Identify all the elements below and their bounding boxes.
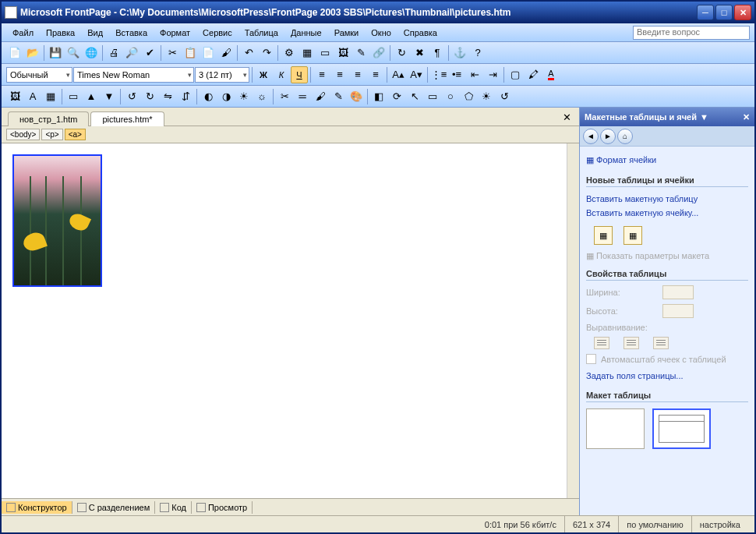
nav-forward-button[interactable]: ► <box>600 129 616 144</box>
close-button[interactable]: ✕ <box>734 5 751 20</box>
breadcrumb-body[interactable]: <body> <box>6 129 40 140</box>
menu-table[interactable]: Таблица <box>238 26 284 40</box>
save-button[interactable]: 💾 <box>47 44 64 62</box>
set-margins-link[interactable]: Задать поля страницы... <box>586 369 748 383</box>
format-painter-button[interactable]: 🖌 <box>217 44 235 62</box>
increase-indent-button[interactable]: ⇥ <box>484 66 501 83</box>
status-custom[interactable]: настройка <box>691 516 748 532</box>
crop-button[interactable]: ✂ <box>276 88 293 105</box>
insert-table-link[interactable]: Вставить макетную таблицу <box>586 192 748 206</box>
menu-help[interactable]: Справка <box>397 26 443 40</box>
editor-canvas[interactable] <box>2 143 567 498</box>
restore-button[interactable]: ↺ <box>496 88 513 105</box>
rotate-right-button[interactable]: ↻ <box>141 88 158 105</box>
menu-edit[interactable]: Правка <box>40 26 81 40</box>
copy-button[interactable]: 📋 <box>182 44 199 62</box>
view-design[interactable]: Конструктор <box>2 501 72 514</box>
titlebar[interactable]: 🅼 Microsoft FrontPage - C:\My Documents\… <box>2 2 754 23</box>
tab-pictures[interactable]: pictures.htm* <box>90 111 164 126</box>
help-button[interactable]: ? <box>469 44 486 62</box>
table-button[interactable]: ▦ <box>299 44 316 62</box>
breadcrumb-p[interactable]: <p> <box>41 129 62 140</box>
numbered-list-button[interactable]: ⋮≡ <box>430 66 447 83</box>
color-button[interactable]: 🎨 <box>348 88 365 105</box>
size-combo[interactable]: 3 (12 пт) <box>195 67 249 83</box>
nav-home-button[interactable]: ⌂ <box>617 129 633 144</box>
bulleted-list-button[interactable]: •≡ <box>448 66 465 83</box>
resample-button[interactable]: ⟳ <box>388 88 405 105</box>
task-pane-header[interactable]: Макетные таблицы и ячей ▼ ✕ <box>580 108 754 126</box>
decrease-font-button[interactable]: A▾ <box>408 66 425 83</box>
align-justify-button[interactable]: ≡ <box>367 66 384 83</box>
width-input[interactable] <box>662 285 694 299</box>
search-button[interactable]: 🔍 <box>65 44 82 62</box>
position-abs-button[interactable]: ▭ <box>65 88 82 105</box>
cut-button[interactable]: ✂ <box>164 44 181 62</box>
bring-forward-button[interactable]: ▲ <box>83 88 100 105</box>
breadcrumb-a[interactable]: <a> <box>65 129 86 140</box>
rect-hotspot-button[interactable]: ▭ <box>424 88 441 105</box>
rotate-left-button[interactable]: ↺ <box>123 88 140 105</box>
insert-cell-link[interactable]: Вставить макетную ячейку... <box>586 206 748 220</box>
autoscale-checkbox[interactable] <box>586 354 596 364</box>
thumbnail-image[interactable] <box>12 154 102 287</box>
increase-font-button[interactable]: A▴ <box>390 66 407 83</box>
italic-button[interactable]: К <box>273 66 290 83</box>
bold-button[interactable]: Ж <box>255 66 272 83</box>
align-center-button[interactable]: ≡ <box>331 66 348 83</box>
spellcheck-button[interactable]: ✔ <box>141 44 158 62</box>
task-pane-close[interactable]: ✕ <box>743 112 750 122</box>
view-code[interactable]: Код <box>155 501 192 514</box>
tab-close-button[interactable]: ✕ <box>560 111 573 123</box>
bevel-button[interactable]: ◧ <box>370 88 387 105</box>
menu-window[interactable]: Окно <box>365 26 397 40</box>
vertical-scrollbar[interactable] <box>567 143 579 498</box>
publish-button[interactable]: 🌐 <box>83 44 100 62</box>
align-left-option[interactable] <box>594 337 609 349</box>
menu-tools[interactable]: Сервис <box>196 26 238 40</box>
layout-template-2[interactable] <box>652 408 711 449</box>
drawing-button[interactable]: ✎ <box>352 44 369 62</box>
more-brightness-button[interactable]: ☀ <box>235 88 253 105</box>
open-button[interactable]: 📂 <box>24 44 41 62</box>
redo-button[interactable]: ↷ <box>258 44 275 62</box>
flip-v-button[interactable]: ⇵ <box>177 88 194 105</box>
hyperlink-button[interactable]: 🔗 <box>370 44 387 62</box>
more-contrast-button[interactable]: ◐ <box>200 88 217 105</box>
menu-view[interactable]: Вид <box>81 26 109 40</box>
font-combo[interactable]: Times New Roman <box>73 67 194 83</box>
refresh-button[interactable]: ↻ <box>393 44 410 62</box>
highlight-button[interactable]: 🖍 <box>525 66 542 83</box>
less-contrast-button[interactable]: ◑ <box>217 88 235 105</box>
picture-text-button[interactable]: A <box>24 88 41 105</box>
cell-format-link[interactable]: ▦ Формат ячейки <box>586 153 748 168</box>
flip-h-button[interactable]: ⇋ <box>159 88 176 105</box>
align-left-button[interactable]: ≡ <box>313 66 330 83</box>
circle-hotspot-button[interactable]: ○ <box>442 88 459 105</box>
tab-new-page[interactable]: нов_стр_1.htm <box>8 111 89 126</box>
view-split[interactable]: С разделением <box>72 501 156 514</box>
menu-frames[interactable]: Рамки <box>328 26 366 40</box>
menu-format[interactable]: Формат <box>154 26 196 40</box>
print-button[interactable]: 🖨 <box>105 44 122 62</box>
draw-cell-icon[interactable]: ▦ <box>624 226 642 245</box>
menu-file[interactable]: Файл <box>6 26 40 40</box>
borders-button[interactable]: ▢ <box>507 66 524 83</box>
stop-button[interactable]: ✖ <box>411 44 428 62</box>
align-right-button[interactable]: ≡ <box>349 66 366 83</box>
font-color-button[interactable]: A <box>542 66 560 83</box>
layout-template-1[interactable] <box>586 408 645 449</box>
draw-table-icon[interactable]: ▦ <box>594 226 613 245</box>
auto-thumbnail-button[interactable]: ▦ <box>42 88 59 105</box>
minimize-button[interactable]: ─ <box>697 5 714 20</box>
layer-button[interactable]: ▭ <box>316 44 334 62</box>
decrease-indent-button[interactable]: ⇤ <box>466 66 483 83</box>
nav-back-button[interactable]: ◄ <box>583 129 599 144</box>
help-search-box[interactable] <box>633 26 750 40</box>
web-component-button[interactable]: ⚙ <box>281 44 298 62</box>
anchor-button[interactable]: ⚓ <box>451 44 468 62</box>
format-picture-button[interactable]: 🖌 <box>312 88 329 105</box>
menu-insert[interactable]: Вставка <box>109 26 154 40</box>
insert-picture-button[interactable]: 🖼 <box>6 88 23 105</box>
new-button[interactable]: 📄 <box>6 44 23 62</box>
